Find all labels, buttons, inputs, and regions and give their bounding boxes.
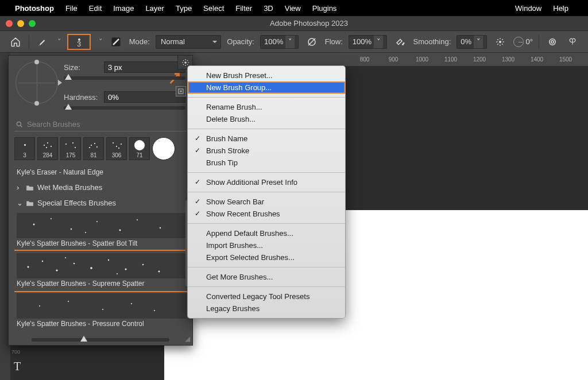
menu-file[interactable]: File xyxy=(65,4,78,13)
hardness-input[interactable]: 0% xyxy=(104,91,185,103)
home-icon[interactable] xyxy=(8,34,23,49)
menu-get-more[interactable]: Get More Brushes... xyxy=(188,271,345,283)
svg-point-12 xyxy=(46,147,47,148)
menu-legacy-brushes[interactable]: Legacy Brushes xyxy=(188,303,345,315)
type-tool-icon[interactable]: T xyxy=(14,360,21,373)
window-title: Adobe Photoshop 2023 xyxy=(36,19,582,28)
flow-input[interactable]: 100%˅ xyxy=(349,35,387,49)
svg-point-10 xyxy=(47,142,48,144)
new-preset-button[interactable] xyxy=(176,86,186,96)
menu-help[interactable]: Help xyxy=(553,4,568,13)
svg-point-44 xyxy=(68,301,69,302)
svg-point-39 xyxy=(142,264,144,265)
brush-folder-open[interactable]: ⌄ Special Effects Brushes xyxy=(14,195,189,211)
recent-brushes: 3 284 175 81 306 71 xyxy=(14,137,187,160)
recent-brush[interactable]: 81 xyxy=(83,137,104,160)
svg-point-46 xyxy=(131,303,132,304)
recent-brush[interactable] xyxy=(152,137,175,160)
menu-layer[interactable]: Layer xyxy=(145,4,164,13)
menu-brush-tip[interactable]: Brush Tip xyxy=(188,157,345,169)
mode-select[interactable]: Normal xyxy=(156,35,221,49)
menu-filter[interactable]: Filter xyxy=(235,4,252,13)
svg-point-43 xyxy=(39,305,40,307)
options-bar: ˅ 3 ˅ Mode: Normal Opacity: 100%˅ Flow: … xyxy=(0,31,588,53)
svg-point-8 xyxy=(17,122,21,126)
menu-3d[interactable]: 3D xyxy=(264,4,273,13)
menu-delete-brush[interactable]: Delete Brush... xyxy=(188,113,345,125)
menu-edit[interactable]: Edit xyxy=(89,4,102,13)
menu-plugins[interactable]: Plugins xyxy=(312,4,337,13)
brush-folder[interactable]: › Wet Media Brushes xyxy=(14,180,189,195)
menu-export-brushes[interactable]: Export Selected Brushes... xyxy=(188,251,345,263)
recent-brush[interactable]: 306 xyxy=(106,137,127,160)
recent-brush[interactable]: 71 xyxy=(129,137,150,160)
menu-rename-brush[interactable]: Rename Brush... xyxy=(188,101,345,113)
smoothing-gear-icon[interactable] xyxy=(493,34,508,49)
svg-point-20 xyxy=(113,142,114,144)
menu-view[interactable]: View xyxy=(285,4,301,13)
symmetry-icon[interactable] xyxy=(545,34,560,49)
menu-append-default[interactable]: Append Default Brushes... xyxy=(188,227,345,239)
brush-tip-preview[interactable] xyxy=(16,61,58,104)
menu-new-brush-preset[interactable]: New Brush Preset... xyxy=(188,69,345,82)
resize-grip-icon[interactable]: ◢ xyxy=(185,335,190,343)
svg-point-6 xyxy=(551,40,554,43)
brush-item-spatter[interactable]: Kyle's Spatter Brushes - Pressure Contro… xyxy=(14,291,189,331)
appname[interactable]: Photoshop xyxy=(15,4,54,13)
svg-point-9 xyxy=(44,145,45,146)
menu-show-info[interactable]: Show Additional Preset Info xyxy=(188,176,345,188)
recent-brush[interactable]: 284 xyxy=(37,137,58,160)
brush-angle[interactable]: 0° xyxy=(513,37,533,47)
brush-search-input[interactable] xyxy=(27,120,185,129)
brush-tool-icon[interactable] xyxy=(34,34,49,49)
brush-search[interactable] xyxy=(14,118,187,131)
recent-brush[interactable]: 175 xyxy=(60,137,81,160)
size-slider[interactable] xyxy=(64,76,185,80)
size-input[interactable]: 3 px xyxy=(104,61,185,73)
hardness-slider[interactable] xyxy=(64,106,185,110)
window-titlebar: Adobe Photoshop 2023 xyxy=(0,16,588,31)
menu-window[interactable]: Window xyxy=(515,4,541,13)
svg-point-42 xyxy=(117,273,118,274)
brush-preset-picker[interactable]: 3 xyxy=(67,34,91,50)
menu-select[interactable]: Select xyxy=(203,4,224,13)
svg-point-35 xyxy=(74,263,75,264)
recent-brush[interactable]: 3 xyxy=(14,137,35,160)
svg-point-13 xyxy=(65,144,67,145)
menu-legacy-tool[interactable]: Converted Legacy Tool Presets xyxy=(188,290,345,303)
brush-item-spatter-selected[interactable]: Kyle's Spatter Brushes - Supreme Spatter xyxy=(14,251,189,291)
svg-point-34 xyxy=(56,269,57,271)
svg-point-36 xyxy=(90,267,92,269)
opacity-input[interactable]: 100%˅ xyxy=(260,35,299,49)
minimize-window-button[interactable] xyxy=(17,20,24,27)
menu-show-recent[interactable]: Show Recent Brushes xyxy=(188,208,345,220)
preview-size-slider[interactable] xyxy=(32,338,169,342)
svg-point-16 xyxy=(91,145,92,146)
svg-point-26 xyxy=(71,228,72,230)
svg-point-23 xyxy=(118,148,119,149)
close-window-button[interactable] xyxy=(6,20,13,27)
menu-brush-stroke[interactable]: Brush Stroke xyxy=(188,145,345,157)
brush-preset-list[interactable]: Kyle's Eraser - Natural Edge › Wet Media… xyxy=(14,166,189,332)
menu-import-brushes[interactable]: Import Brushes... xyxy=(188,239,345,251)
menu-type[interactable]: Type xyxy=(176,4,192,13)
menu-image[interactable]: Image xyxy=(113,4,134,13)
brush-item[interactable]: Kyle's Eraser - Natural Edge xyxy=(14,166,189,180)
opacity-pressure-icon[interactable] xyxy=(304,34,319,49)
airbrush-icon[interactable] xyxy=(393,34,408,49)
smoothing-input[interactable]: 0%˅ xyxy=(457,35,487,49)
menu-new-brush-group[interactable]: New Brush Group... xyxy=(188,82,345,94)
svg-point-15 xyxy=(75,147,76,148)
mode-label: Mode: xyxy=(129,37,150,46)
butterfly-icon[interactable] xyxy=(566,34,581,49)
brush-item-spatter[interactable]: Kyle's Spatter Brushes - Spatter Bot Til… xyxy=(14,211,189,251)
svg-point-5 xyxy=(550,38,556,45)
svg-point-3 xyxy=(403,42,404,44)
menu-brush-name[interactable]: Brush Name xyxy=(188,133,345,145)
svg-point-25 xyxy=(51,218,52,219)
menu-show-search[interactable]: Show Search Bar xyxy=(188,196,345,208)
zoom-window-button[interactable] xyxy=(29,20,36,27)
hardness-label: Hardness: xyxy=(64,93,99,102)
mac-menubar: Photoshop File Edit Image Layer Type Sel… xyxy=(0,0,588,16)
brush-settings-icon[interactable] xyxy=(109,34,123,49)
